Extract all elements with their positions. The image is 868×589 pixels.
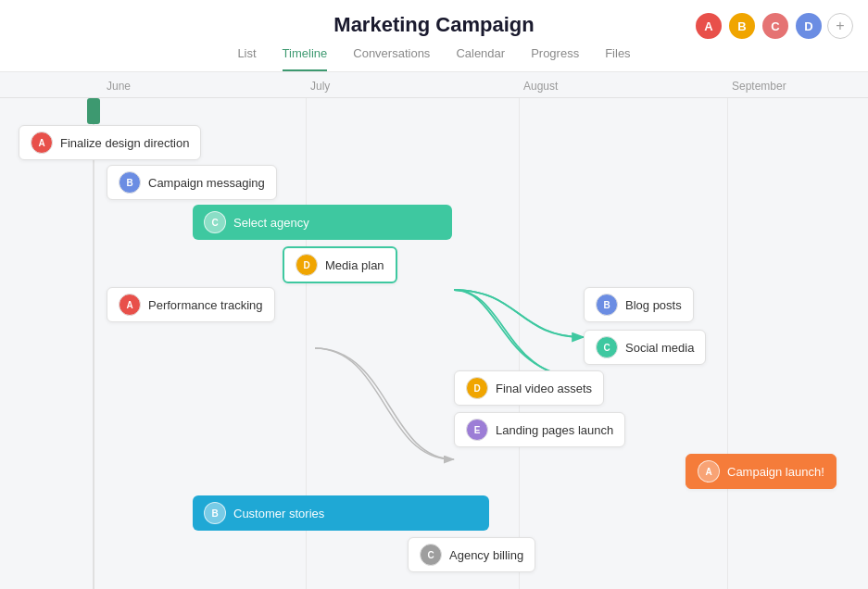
task-select-agency-label: Select agency bbox=[233, 216, 309, 230]
task-agency-billing[interactable]: C Agency billing bbox=[408, 537, 535, 572]
tab-calendar[interactable]: Calendar bbox=[456, 46, 505, 71]
page-title: Marketing Campaign bbox=[333, 13, 534, 37]
task-social-media-label: Social media bbox=[625, 341, 694, 355]
task-campaign-messaging[interactable]: B Campaign messaging bbox=[107, 165, 277, 200]
month-july: July bbox=[310, 72, 330, 93]
task-social-media[interactable]: C Social media bbox=[584, 330, 706, 365]
task-media-plan-label: Media plan bbox=[325, 258, 384, 272]
tab-timeline[interactable]: Timeline bbox=[283, 46, 328, 71]
task-blog-posts[interactable]: B Blog posts bbox=[584, 287, 694, 322]
timeline-area: June July August September bbox=[0, 72, 868, 589]
month-september: September bbox=[732, 72, 786, 93]
tab-conversations[interactable]: Conversations bbox=[353, 46, 430, 71]
task-final-video-label: Final video assets bbox=[496, 382, 592, 395]
task-media-plan[interactable]: D Media plan bbox=[283, 246, 397, 283]
avatar-3[interactable]: C bbox=[761, 11, 790, 41]
task-campaign-messaging-label: Campaign messaging bbox=[148, 176, 265, 190]
task-select-agency[interactable]: C Select agency bbox=[193, 205, 452, 240]
app-header: Marketing Campaign A B C D + List Timeli… bbox=[0, 0, 868, 72]
avatar-4[interactable]: D bbox=[794, 11, 824, 41]
nav-tabs: List Timeline Conversations Calendar Pro… bbox=[237, 46, 630, 71]
task-customer-stories-label: Customer stories bbox=[233, 507, 324, 520]
task-performance-tracking-label: Performance tracking bbox=[148, 298, 263, 312]
task-finalize-design-label: Finalize design direction bbox=[60, 136, 189, 150]
task-final-video[interactable]: D Final video assets bbox=[454, 370, 604, 406]
month-august: August bbox=[523, 72, 558, 93]
task-landing-pages[interactable]: E Landing pages launch bbox=[454, 412, 625, 447]
avatar-1[interactable]: A bbox=[694, 11, 723, 41]
member-avatars: A B C D + bbox=[694, 11, 853, 41]
timeline-marker bbox=[87, 98, 100, 124]
avatar-2[interactable]: B bbox=[727, 11, 757, 41]
task-agency-billing-label: Agency billing bbox=[449, 548, 523, 562]
month-june: June bbox=[107, 72, 131, 93]
task-customer-stories[interactable]: B Customer stories bbox=[193, 495, 489, 531]
months-row: June July August September bbox=[0, 72, 868, 98]
task-performance-tracking[interactable]: A Performance tracking bbox=[107, 287, 275, 322]
tab-files[interactable]: Files bbox=[605, 46, 630, 71]
tab-progress[interactable]: Progress bbox=[531, 46, 579, 71]
task-campaign-launch[interactable]: A Campaign launch! bbox=[686, 454, 837, 489]
task-campaign-launch-label: Campaign launch! bbox=[727, 465, 824, 479]
task-blog-posts-label: Blog posts bbox=[625, 298, 682, 312]
task-landing-pages-label: Landing pages launch bbox=[496, 423, 613, 437]
vline-september bbox=[727, 98, 728, 589]
tab-list[interactable]: List bbox=[237, 46, 256, 71]
task-finalize-design[interactable]: A Finalize design direction bbox=[19, 125, 201, 160]
vline-august bbox=[519, 98, 520, 589]
timeline-bar bbox=[93, 98, 94, 589]
add-member-button[interactable]: + bbox=[827, 13, 853, 39]
